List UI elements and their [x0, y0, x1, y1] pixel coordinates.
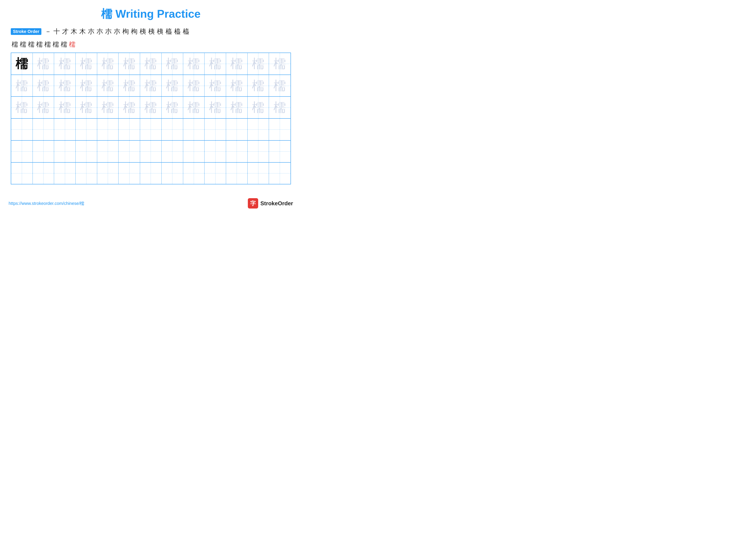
- cell-character: 檽: [123, 58, 136, 70]
- grid-cell[interactable]: [204, 141, 226, 162]
- grid-cell[interactable]: [248, 119, 269, 140]
- grid-cell[interactable]: [33, 141, 54, 162]
- grid-cell[interactable]: 檽: [248, 97, 269, 118]
- stroke-char: 才: [62, 28, 68, 35]
- grid-cell[interactable]: [119, 119, 140, 140]
- grid-cell[interactable]: 檽: [76, 97, 97, 118]
- grid-cell[interactable]: [162, 141, 183, 162]
- grid-cell[interactable]: 檽: [33, 97, 54, 118]
- cell-character: 檽: [37, 58, 50, 70]
- cell-character: 檽: [59, 80, 71, 92]
- cell-character: 檽: [166, 101, 178, 114]
- grid-cell[interactable]: 檽: [76, 53, 97, 75]
- grid-cell[interactable]: 檽: [119, 53, 140, 75]
- grid-cell[interactable]: [119, 141, 140, 162]
- grid-cell[interactable]: [204, 163, 226, 184]
- footer-url[interactable]: https://www.strokeorder.com/chinese/檽: [9, 201, 84, 206]
- grid-cell[interactable]: [204, 119, 226, 140]
- grid-cell[interactable]: 檽: [183, 75, 205, 96]
- grid-cell[interactable]: 檽: [162, 97, 183, 118]
- grid-cell[interactable]: [33, 163, 54, 184]
- grid-cell[interactable]: [269, 141, 290, 162]
- grid-cell[interactable]: [248, 141, 269, 162]
- grid-cell[interactable]: [119, 163, 140, 184]
- cell-character: 檽: [209, 58, 222, 70]
- grid-cell[interactable]: 檽: [162, 53, 183, 75]
- grid-cell[interactable]: [162, 119, 183, 140]
- cell-character: 檽: [187, 58, 200, 70]
- grid-cell[interactable]: [162, 163, 183, 184]
- grid-cell[interactable]: [11, 141, 33, 162]
- grid-cell[interactable]: 檽: [11, 75, 33, 96]
- grid-cell[interactable]: 檽: [54, 97, 76, 118]
- grid-cell[interactable]: [140, 163, 162, 184]
- grid-cell[interactable]: [97, 163, 119, 184]
- stroke-char: 十: [53, 28, 60, 35]
- grid-cell[interactable]: 檽: [183, 97, 205, 118]
- stroke-char: 桋: [140, 28, 146, 35]
- grid-cell[interactable]: 檽: [204, 53, 226, 75]
- grid-cell[interactable]: [248, 163, 269, 184]
- grid-cell[interactable]: [226, 141, 248, 162]
- grid-cell[interactable]: [183, 119, 205, 140]
- grid-cell[interactable]: 檽: [97, 53, 119, 75]
- cell-character: 檽: [252, 101, 264, 114]
- cell-character: 檽: [59, 101, 71, 114]
- cell-character: 檽: [15, 101, 28, 114]
- grid-cell[interactable]: 檽: [226, 97, 248, 118]
- grid-cell[interactable]: [11, 119, 33, 140]
- stroke-char: 橀: [166, 28, 172, 35]
- grid-cell[interactable]: 檽: [248, 75, 269, 96]
- grid-cell[interactable]: 檽: [269, 97, 290, 118]
- grid-cell[interactable]: [269, 119, 290, 140]
- grid-cell[interactable]: [54, 163, 76, 184]
- grid-cell[interactable]: 檽: [76, 75, 97, 96]
- grid-cell[interactable]: [76, 119, 97, 140]
- grid-cell[interactable]: [226, 119, 248, 140]
- cell-character: 檽: [101, 101, 114, 114]
- grid-cell[interactable]: 檽: [204, 75, 226, 96]
- grid-cell[interactable]: 檽: [269, 75, 290, 96]
- grid-cell[interactable]: [54, 119, 76, 140]
- grid-cell[interactable]: [269, 163, 290, 184]
- grid-cell[interactable]: 檽: [140, 53, 162, 75]
- grid-cell[interactable]: 檽: [119, 75, 140, 96]
- grid-cell[interactable]: [76, 163, 97, 184]
- cell-character: 檽: [59, 58, 71, 70]
- grid-cell[interactable]: 檽: [11, 53, 33, 75]
- grid-cell[interactable]: [183, 141, 205, 162]
- grid-cell[interactable]: 檽: [226, 75, 248, 96]
- grid-cell[interactable]: [76, 141, 97, 162]
- cell-character: 檽: [80, 80, 93, 92]
- grid-cell[interactable]: 檽: [183, 53, 205, 75]
- grid-cell[interactable]: 檽: [97, 75, 119, 96]
- practice-grid: 檽檽檽檽檽檽檽檽檽檽檽檽檽檽檽檽檽檽檽檽檽檽檽檽檽檽檽檽檽檽檽檽檽檽檽檽檽檽檽: [11, 53, 291, 184]
- grid-cell[interactable]: [140, 141, 162, 162]
- grid-cell[interactable]: [11, 163, 33, 184]
- grid-cell[interactable]: 檽: [140, 75, 162, 96]
- grid-cell[interactable]: [140, 119, 162, 140]
- stroke-char: 朩: [96, 28, 103, 35]
- grid-cell[interactable]: 檽: [11, 97, 33, 118]
- grid-cell[interactable]: 檽: [248, 53, 269, 75]
- grid-cell[interactable]: 檽: [119, 97, 140, 118]
- grid-cell[interactable]: [33, 119, 54, 140]
- grid-cell[interactable]: [97, 119, 119, 140]
- grid-cell[interactable]: [54, 141, 76, 162]
- grid-cell[interactable]: 檽: [140, 97, 162, 118]
- cell-character: 檽: [101, 80, 114, 92]
- grid-cell[interactable]: 檽: [162, 75, 183, 96]
- stroke-char: 檽: [53, 40, 59, 48]
- grid-cell[interactable]: 檽: [204, 97, 226, 118]
- grid-cell[interactable]: 檽: [54, 53, 76, 75]
- grid-cell[interactable]: [97, 141, 119, 162]
- cell-character: 檽: [274, 80, 286, 92]
- grid-cell[interactable]: [183, 163, 205, 184]
- grid-cell[interactable]: 檽: [33, 53, 54, 75]
- grid-cell[interactable]: [226, 163, 248, 184]
- grid-cell[interactable]: 檽: [97, 97, 119, 118]
- grid-cell[interactable]: 檽: [33, 75, 54, 96]
- grid-cell[interactable]: 檽: [269, 53, 290, 75]
- grid-cell[interactable]: 檽: [226, 53, 248, 75]
- grid-cell[interactable]: 檽: [54, 75, 76, 96]
